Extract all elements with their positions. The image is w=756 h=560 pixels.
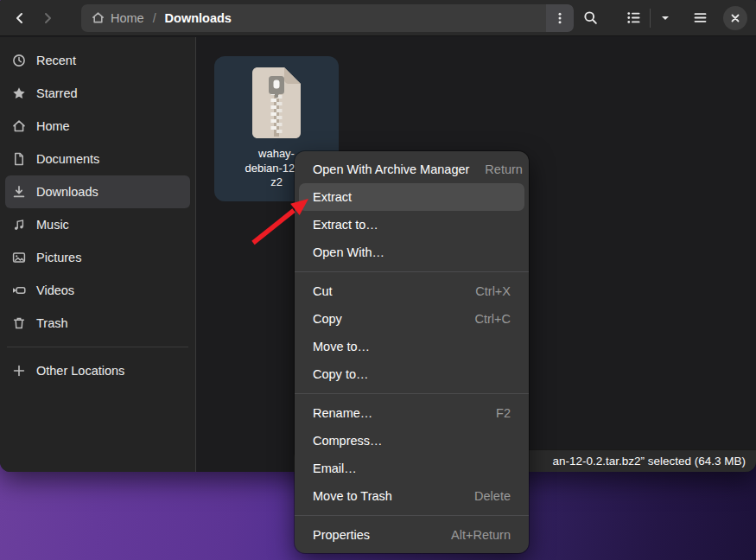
forward-button[interactable] bbox=[36, 7, 59, 29]
menu-item-label: Rename… bbox=[313, 406, 372, 420]
sidebar-item-other-locations[interactable]: Other Locations bbox=[5, 354, 190, 387]
menu-item-email[interactable]: Email… bbox=[299, 455, 524, 482]
archive-zip-file-icon bbox=[248, 66, 305, 140]
breadcrumb-home-label: Home bbox=[111, 11, 144, 25]
menu-item-label: Open With Archive Manager bbox=[313, 162, 469, 176]
sidebar-item-label: Other Locations bbox=[36, 364, 124, 378]
breadcrumb-home[interactable]: Home bbox=[92, 11, 144, 25]
headerbar-actions bbox=[577, 5, 747, 31]
menu-item-shortcut: F2 bbox=[480, 406, 511, 420]
sidebar-item-label: Videos bbox=[36, 283, 74, 297]
search-button[interactable] bbox=[577, 5, 603, 31]
menu-item-label: Compress… bbox=[313, 434, 383, 448]
picture-icon bbox=[12, 251, 26, 264]
menu-item-label: Copy to… bbox=[313, 367, 368, 381]
menu-item-copy-to[interactable]: Copy to… bbox=[299, 360, 524, 388]
main-menu-button[interactable] bbox=[687, 5, 713, 31]
menu-item-open-with[interactable]: Open With… bbox=[299, 239, 524, 266]
chevron-down-icon bbox=[660, 13, 670, 23]
sidebar-item-label: Trash bbox=[36, 316, 68, 330]
back-button[interactable] bbox=[9, 7, 31, 29]
sidebar-item-label: Home bbox=[36, 119, 70, 133]
download-icon bbox=[12, 185, 26, 199]
menu-separator bbox=[295, 393, 529, 394]
menu-item-shortcut: Ctrl+C bbox=[460, 312, 511, 326]
menu-item-shortcut: Ctrl+X bbox=[460, 284, 511, 298]
menu-item-move-to-trash[interactable]: Move to Trash Delete bbox=[299, 482, 524, 510]
menu-item-label: Copy bbox=[313, 312, 342, 326]
chevron-right-icon bbox=[41, 11, 54, 25]
menu-item-label: Open With… bbox=[313, 245, 384, 259]
sidebar-item-label: Music bbox=[36, 218, 69, 232]
divider bbox=[650, 9, 651, 28]
menu-item-compress[interactable]: Compress… bbox=[299, 427, 524, 455]
view-toggle-split-button bbox=[622, 7, 675, 29]
menu-item-label: Extract to… bbox=[313, 218, 378, 232]
menu-item-label: Email… bbox=[313, 461, 357, 475]
sidebar-item-label: Downloads bbox=[36, 185, 98, 199]
close-window-button[interactable] bbox=[723, 6, 747, 30]
sidebar-item-label: Recent bbox=[36, 54, 76, 67]
sidebar-item-music[interactable]: Music bbox=[5, 208, 190, 241]
sidebar-item-label: Pictures bbox=[36, 251, 81, 264]
menu-item-extract[interactable]: Extract bbox=[299, 183, 524, 211]
path-options-button[interactable] bbox=[546, 4, 574, 32]
sidebar-item-trash[interactable]: Trash bbox=[5, 307, 190, 340]
menu-item-extract-to[interactable]: Extract to… bbox=[299, 211, 524, 239]
plus-icon bbox=[12, 364, 26, 378]
sidebar-item-downloads[interactable]: Downloads bbox=[5, 175, 190, 208]
menu-item-properties[interactable]: Properties Alt+Return bbox=[299, 521, 524, 549]
home-icon bbox=[12, 119, 26, 133]
menu-item-shortcut: Return bbox=[469, 162, 523, 176]
headerbar: Home / Downloads bbox=[0, 0, 756, 36]
menu-item-open-with-archive-manager[interactable]: Open With Archive Manager Return bbox=[299, 156, 524, 183]
kebab-menu-icon bbox=[553, 11, 567, 25]
menu-item-label: Move to Trash bbox=[313, 489, 392, 503]
search-icon bbox=[583, 10, 598, 25]
menu-item-cut[interactable]: Cut Ctrl+X bbox=[299, 277, 524, 305]
breadcrumb-separator: / bbox=[153, 11, 156, 25]
menu-item-label: Move to… bbox=[313, 340, 370, 353]
music-note-icon bbox=[12, 218, 26, 232]
sidebar-item-recent[interactable]: Recent bbox=[5, 44, 190, 77]
hamburger-menu-icon bbox=[693, 10, 708, 25]
document-icon bbox=[12, 152, 26, 166]
breadcrumb-current[interactable]: Downloads bbox=[165, 11, 232, 25]
sidebar-item-home[interactable]: Home bbox=[5, 110, 190, 143]
sidebar-divider bbox=[7, 347, 188, 347]
sidebar-item-starred[interactable]: Starred bbox=[5, 77, 190, 110]
close-icon bbox=[730, 13, 740, 23]
sidebar-item-label: Starred bbox=[36, 86, 78, 100]
list-view-button[interactable] bbox=[622, 7, 645, 29]
view-options-button[interactable] bbox=[656, 7, 675, 29]
sidebar-item-label: Documents bbox=[36, 152, 99, 166]
menu-item-label: Cut bbox=[313, 284, 333, 298]
menu-separator bbox=[295, 271, 529, 272]
star-icon bbox=[12, 86, 26, 100]
menu-item-shortcut: Delete bbox=[459, 489, 511, 503]
clock-icon bbox=[12, 54, 26, 67]
trash-icon bbox=[12, 316, 26, 330]
menu-item-label: Extract bbox=[313, 190, 352, 204]
selection-status-text: an-12-0.2.tar.bz2” selected (64.3 MB) bbox=[552, 455, 746, 468]
home-icon bbox=[92, 11, 105, 24]
menu-item-move-to[interactable]: Move to… bbox=[299, 333, 524, 360]
sidebar-item-pictures[interactable]: Pictures bbox=[5, 241, 190, 274]
breadcrumb: Home / Downloads bbox=[81, 4, 574, 32]
list-view-icon bbox=[626, 10, 641, 25]
menu-separator bbox=[295, 515, 529, 516]
menu-item-rename[interactable]: Rename… F2 bbox=[299, 399, 524, 427]
menu-item-shortcut: Alt+Return bbox=[435, 528, 511, 542]
context-menu: Open With Archive Manager Return Extract… bbox=[295, 151, 529, 553]
sidebar-item-documents[interactable]: Documents bbox=[5, 143, 190, 175]
menu-item-copy[interactable]: Copy Ctrl+C bbox=[299, 305, 524, 333]
menu-item-label: Properties bbox=[313, 528, 370, 542]
chevron-left-icon bbox=[13, 11, 27, 25]
desktop: Home / Downloads bbox=[0, 0, 756, 560]
video-camera-icon bbox=[12, 283, 26, 297]
sidebar: Recent Starred Home Documents Downloads … bbox=[0, 37, 196, 472]
sidebar-item-videos[interactable]: Videos bbox=[5, 274, 190, 307]
